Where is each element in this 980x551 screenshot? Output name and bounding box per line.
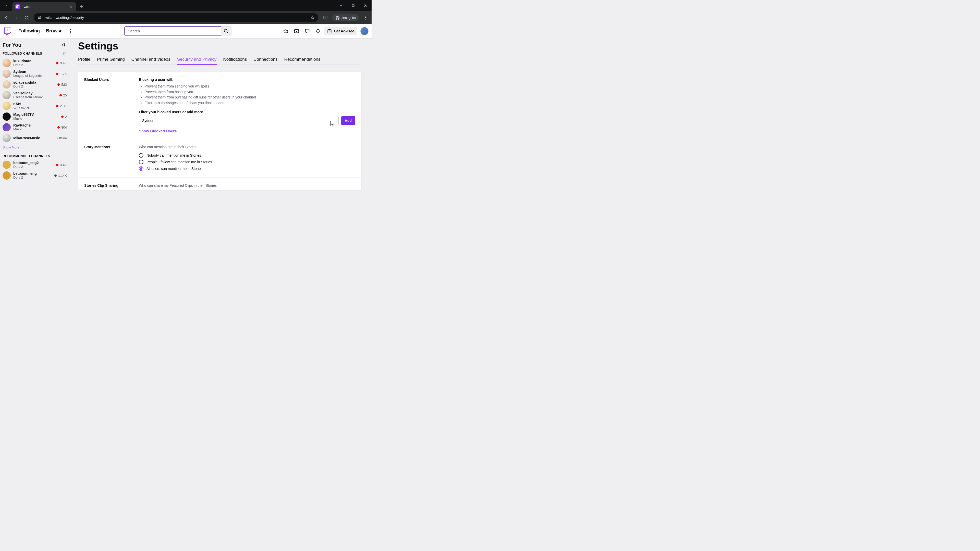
- bits-icon[interactable]: [313, 27, 323, 36]
- channel-avatar: [3, 80, 11, 89]
- viewer-count: 25: [63, 94, 67, 97]
- bookmark-star-icon[interactable]: [310, 15, 315, 20]
- live-dot-icon: [57, 126, 60, 129]
- channel-avatar: [3, 113, 11, 121]
- tab-security-and-privacy[interactable]: Security and Privacy: [177, 56, 217, 65]
- svg-point-7: [365, 17, 366, 18]
- channel-row[interactable]: SydeonLeague of Legends1.7K: [3, 68, 67, 79]
- user-avatar[interactable]: [360, 27, 369, 35]
- channel-avatar: [3, 161, 11, 169]
- window-minimize-button[interactable]: [335, 1, 347, 10]
- live-dot-icon: [56, 164, 59, 166]
- window-maximize-button[interactable]: [347, 1, 360, 10]
- channel-game: Music: [13, 117, 59, 121]
- blocked-filter-input[interactable]: [139, 116, 339, 125]
- search-button[interactable]: [221, 26, 231, 36]
- prime-loot-icon[interactable]: [281, 27, 290, 36]
- window-controls: [335, 0, 372, 11]
- radio-icon: [139, 153, 143, 158]
- settings-main[interactable]: Settings ProfilePrime GamingChannel and …: [69, 38, 372, 208]
- tab-title: Twitch: [22, 5, 67, 9]
- live-dot-icon: [61, 116, 64, 118]
- blocked-bullet: Prevent them from purchasing gift subs f…: [145, 95, 355, 100]
- radio-label: Nobody can mention me in Stories: [146, 153, 201, 157]
- channel-avatar: [3, 123, 11, 131]
- channel-row[interactable]: betboom_engDota 211.4K: [3, 170, 67, 181]
- browser-tab-active[interactable]: Twitch: [12, 2, 76, 11]
- nav-back-button[interactable]: [2, 13, 11, 22]
- blocked-bullet: Prevent them from hosting you: [145, 89, 355, 95]
- get-adfree-button[interactable]: Get Ad-Free: [324, 27, 357, 35]
- channel-name: solapsapdota: [13, 80, 55, 84]
- nav-forward-button[interactable]: [12, 13, 21, 22]
- privacy-card: Blocked Users Blocking a user will: Prev…: [78, 72, 361, 190]
- channel-status: Offline: [57, 136, 67, 140]
- tab-prime-gaming[interactable]: Prime Gaming: [97, 56, 125, 65]
- channel-row[interactable]: nAtsVALORANT2.8K: [3, 100, 67, 111]
- search-input[interactable]: [124, 26, 221, 36]
- channel-name: MikaRoseMusic: [13, 136, 55, 140]
- nav-more-icon[interactable]: [67, 27, 74, 35]
- browser-menu-button[interactable]: [361, 13, 370, 22]
- site-settings-icon[interactable]: [37, 15, 42, 20]
- channel-avatar: [3, 91, 11, 99]
- blocked-bullets: Prevent them from sending you whispersPr…: [139, 84, 355, 106]
- clip-sharing-hint: Who can share my Featured Clips in their…: [139, 183, 355, 187]
- channel-row[interactable]: VanHolidayEscape from Tarkov25: [3, 90, 67, 100]
- story-radio-option[interactable]: All users can mention me in Stories: [139, 165, 355, 172]
- channel-row[interactable]: kukudota2Dota 23.4K: [3, 58, 67, 68]
- show-more-link[interactable]: Show More: [3, 145, 19, 149]
- channel-name: nAts: [13, 102, 54, 106]
- nav-reload-button[interactable]: [22, 13, 31, 22]
- nav-browse[interactable]: Browse: [43, 28, 65, 34]
- radio-label: All users can mention me in Stories: [146, 167, 202, 171]
- whispers-icon[interactable]: [303, 27, 312, 36]
- channel-row[interactable]: MikaRoseMusicOffline: [3, 133, 67, 143]
- channel-row[interactable]: solapsapdotaDota 2523: [3, 79, 67, 90]
- sidebar-collapse-icon[interactable]: [60, 41, 67, 48]
- channel-status: 3.4K: [56, 61, 67, 65]
- live-dot-icon: [56, 62, 59, 64]
- window-close-button[interactable]: [360, 1, 372, 10]
- tab-profile[interactable]: Profile: [78, 56, 90, 65]
- tab-channel-and-videos[interactable]: Channel and Videos: [131, 56, 170, 65]
- channel-row[interactable]: Magic899TVMusic2: [3, 111, 67, 122]
- channel-avatar: [3, 59, 11, 67]
- twitch-topnav: Following Browse Get Ad-Free: [0, 24, 372, 38]
- tab-recommendations[interactable]: Recommendations: [284, 56, 321, 65]
- adfree-arrow-icon: [327, 29, 332, 33]
- new-tab-button[interactable]: [78, 3, 85, 10]
- channel-game: Escape from Tarkov: [13, 95, 57, 99]
- svg-rect-3: [324, 16, 327, 19]
- channel-game: Music: [13, 127, 55, 131]
- sort-icon[interactable]: [61, 51, 67, 56]
- live-dot-icon: [56, 105, 59, 107]
- svg-point-10: [70, 30, 71, 32]
- tab-close-icon[interactable]: [69, 5, 73, 9]
- add-blocked-button[interactable]: Add: [341, 116, 355, 125]
- tab-notifications[interactable]: Notifications: [223, 56, 247, 65]
- show-blocked-button[interactable]: Show Blocked Users: [139, 129, 177, 133]
- side-panel-icon[interactable]: [321, 13, 330, 22]
- channel-game: League of Legends: [13, 74, 54, 78]
- story-radio-option[interactable]: People I follow can mention me in Storie…: [139, 159, 355, 165]
- twitch-logo-icon[interactable]: [3, 27, 11, 35]
- adfree-label: Get Ad-Free: [334, 29, 354, 33]
- viewer-count: 2.8K: [60, 104, 67, 108]
- live-dot-icon: [59, 94, 62, 97]
- url-bar[interactable]: twitch.tv/settings/security: [34, 13, 318, 22]
- viewer-count: 2: [65, 115, 67, 119]
- viewer-count: 804: [61, 125, 67, 129]
- tab-connections[interactable]: Connections: [253, 56, 278, 65]
- radio-icon: [139, 160, 143, 164]
- story-radio-option[interactable]: Nobody can mention me in Stories: [139, 152, 355, 159]
- incognito-chip[interactable]: Incognito: [332, 14, 359, 21]
- channel-row[interactable]: RayRachelMusic804: [3, 122, 67, 133]
- channel-row[interactable]: betboom_eng2Dota 23.4K: [3, 159, 67, 170]
- channel-name: betboom_eng2: [13, 161, 54, 165]
- live-dot-icon: [57, 83, 60, 86]
- inbox-icon[interactable]: [292, 27, 301, 36]
- nav-following[interactable]: Following: [15, 28, 43, 34]
- channel-game: Dota 2: [13, 85, 55, 89]
- tab-search-dropdown[interactable]: [0, 0, 11, 11]
